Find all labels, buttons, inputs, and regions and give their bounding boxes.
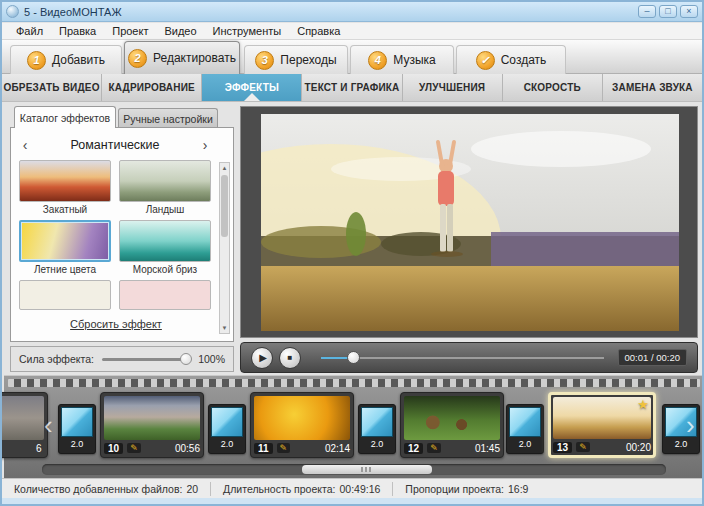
timeline: 6 ‹ 2.0 10 ✎ 00:56 2.0 11 ✎ 02:14 [4, 375, 704, 478]
clip-13-edit-icon[interactable]: ✎ [576, 442, 590, 452]
step-tab-music[interactable]: 4 Музыка [350, 45, 454, 74]
effect-morskoy-briz[interactable]: Морской бриз [119, 220, 211, 275]
status-project-duration: Длительность проекта: 00:49:16 [211, 482, 393, 496]
category-next-icon[interactable]: › [195, 137, 215, 153]
effect-zakatny-thumbnail [19, 160, 111, 202]
menu-file[interactable]: Файл [8, 24, 51, 38]
clip-11-thumbnail [254, 396, 350, 440]
step-tab-add[interactable]: 1 Добавить [10, 45, 122, 74]
seek-knob[interactable] [347, 351, 360, 364]
step-tab-transitions[interactable]: 3 Переходы [244, 45, 348, 74]
effects-scrollbar[interactable]: ▲ ▼ [219, 162, 230, 334]
effect-landysh[interactable]: Ландыш [119, 160, 211, 215]
status-bar: Количество добавленных файлов: 20 Длител… [2, 478, 702, 498]
timeline-clip-11[interactable]: 11 ✎ 02:14 [250, 392, 354, 458]
tab-speed[interactable]: СКОРОСТЬ [503, 74, 603, 101]
effect-partial-1[interactable] [19, 280, 111, 310]
transition-1-icon [61, 407, 93, 437]
stop-button[interactable]: ■ [279, 347, 301, 369]
step-4-badge: 4 [368, 51, 387, 70]
effect-strength-knob[interactable] [180, 353, 192, 365]
tab-trim-video[interactable]: ОБРЕЗАТЬ ВИДЕО [2, 74, 102, 101]
step-3-badge: 3 [255, 51, 274, 70]
step-2-badge: 2 [128, 49, 147, 68]
close-button[interactable]: × [680, 5, 698, 18]
window-title: 5 - ВидеоМОНТАЖ [24, 6, 122, 18]
transition-2-icon [211, 407, 243, 437]
effect-letnie-cveta[interactable]: Летние цвета [19, 220, 111, 275]
reset-effect-link[interactable]: Сбросить эффект [11, 318, 221, 330]
editing-subtabs: ОБРЕЗАТЬ ВИДЕО КАДРИРОВАНИЕ ЭФФЕКТЫ ТЕКС… [2, 74, 702, 102]
timeline-scroll-left-icon[interactable]: ‹ [44, 410, 53, 441]
maximize-button[interactable]: □ [659, 5, 677, 18]
effects-scrollbar-thumb[interactable] [221, 175, 228, 237]
menu-bar: Файл Правка Проект Видео Инструменты Спр… [2, 23, 702, 40]
timeline-clip-12[interactable]: 12 ✎ 01:45 [400, 392, 504, 458]
effect-strength-box: Сила эффекта: 100% [10, 346, 234, 372]
step-1-badge: 1 [27, 51, 46, 70]
steps-bar: 1 Добавить 2 Редактировать 3 Переходы 4 … [2, 40, 702, 74]
effect-letnie-cveta-thumbnail [19, 220, 111, 262]
play-button[interactable]: ▶ [251, 347, 273, 369]
status-files-count: Количество добавленных файлов: 20 [2, 482, 211, 496]
timeline-clip-partial-left[interactable]: 6 [0, 392, 48, 458]
step-5-check-icon: ✓ [476, 51, 495, 70]
timeline-clip-13-selected[interactable]: ★ 13 ✎ 00:20 [548, 392, 656, 458]
tab-effects-catalog[interactable]: Каталог эффектов [14, 106, 116, 128]
transition-4-icon [509, 407, 541, 437]
tab-cropping[interactable]: КАДРИРОВАНИЕ [102, 74, 202, 101]
video-preview-frame [240, 106, 698, 338]
clip-10-edit-icon[interactable]: ✎ [127, 443, 141, 453]
minimize-button[interactable]: – [638, 5, 656, 18]
transition-2[interactable]: 2.0 [208, 404, 246, 454]
category-title: Романтические [35, 138, 195, 152]
category-prev-icon[interactable]: ‹ [15, 137, 35, 153]
play-icon: ▶ [259, 352, 267, 363]
playback-time: 00:01 / 00:20 [618, 349, 687, 366]
clip-12-edit-icon[interactable]: ✎ [427, 443, 441, 453]
preview-video [261, 114, 679, 331]
seek-slider[interactable] [321, 357, 604, 359]
stop-icon: ■ [288, 353, 293, 362]
status-aspect-ratio: Пропорции проекта: 16:9 [393, 482, 540, 496]
timeline-scroll-right-icon[interactable]: › [686, 410, 695, 441]
timeline-scrollbar[interactable] [42, 464, 666, 475]
tab-replace-audio[interactable]: ЗАМЕНА ЗВУКА [603, 74, 702, 101]
transition-3[interactable]: 2.0 [358, 404, 396, 454]
app-window: 5 - ВидеоМОНТАЖ – □ × Файл Правка Проект… [0, 0, 704, 506]
step-tab-create[interactable]: ✓ Создать [456, 45, 566, 74]
tab-improvements[interactable]: УЛУЧШЕНИЯ [403, 74, 503, 101]
effect-strength-label: Сила эффекта: [19, 353, 94, 365]
player-bar: ▶ ■ 00:01 / 00:20 [240, 342, 698, 373]
tab-text-graphics[interactable]: ТЕКСТ И ГРАФИКА [302, 74, 402, 101]
scroll-up-icon[interactable]: ▲ [220, 165, 229, 171]
effect-landysh-thumbnail [119, 160, 211, 202]
category-header: ‹ Романтические › [15, 133, 215, 157]
effect-strength-value: 100% [198, 353, 225, 365]
timeline-clip-10[interactable]: 10 ✎ 00:56 [100, 392, 204, 458]
clip-12-thumbnail [404, 396, 500, 440]
menu-tools[interactable]: Инструменты [205, 24, 290, 38]
menu-edit[interactable]: Правка [51, 24, 104, 38]
effect-partial-2[interactable] [119, 280, 211, 310]
transition-4[interactable]: 2.0 [506, 404, 544, 454]
favorite-star-icon: ★ [637, 397, 649, 412]
clip-11-edit-icon[interactable]: ✎ [277, 443, 291, 453]
window-bottom-edge [2, 498, 702, 504]
timeline-scrollbar-thumb[interactable] [302, 465, 432, 474]
step-tab-edit[interactable]: 2 Редактировать [124, 41, 240, 74]
scroll-down-icon[interactable]: ▼ [220, 325, 229, 331]
tab-effects[interactable]: ЭФФЕКТЫ [202, 74, 302, 101]
effect-morskoy-briz-thumbnail [119, 220, 211, 262]
clip-10-thumbnail [104, 396, 200, 440]
tab-manual-settings[interactable]: Ручные настройки [118, 108, 218, 128]
effect-strength-slider[interactable] [102, 358, 190, 361]
menu-help[interactable]: Справка [289, 24, 348, 38]
effect-zakatny[interactable]: Закатный [19, 160, 111, 215]
transition-3-icon [361, 407, 393, 437]
menu-video[interactable]: Видео [156, 24, 204, 38]
app-icon [6, 5, 19, 18]
menu-project[interactable]: Проект [104, 24, 156, 38]
title-bar: 5 - ВидеоМОНТАЖ – □ × [2, 2, 702, 22]
transition-1[interactable]: 2.0 [58, 404, 96, 454]
